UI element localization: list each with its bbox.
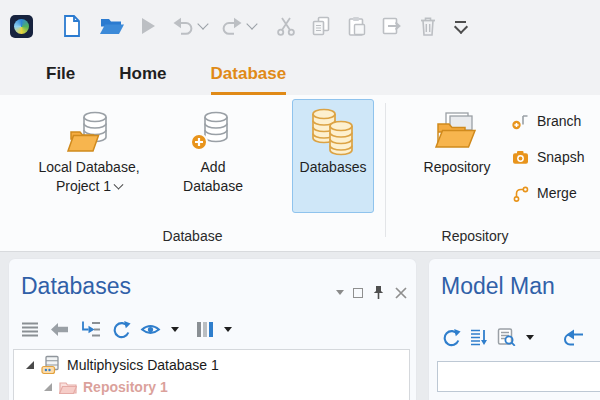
tree-item-label: Repository 1 <box>83 379 168 395</box>
delete-icon <box>417 15 439 37</box>
cut-icon <box>275 15 297 37</box>
app-logo <box>10 15 33 38</box>
model-manager-toolbar <box>441 325 585 349</box>
model-manager-panel: Model Man <box>428 258 600 400</box>
undo-button[interactable] <box>171 9 195 43</box>
model-manager-panel-title: Model Man <box>441 273 555 300</box>
databases-icon <box>308 106 358 158</box>
pin-icon[interactable] <box>372 285 385 300</box>
undo-dropdown-icon <box>197 18 208 29</box>
databases-panel-toolbar <box>21 317 232 341</box>
branch-icon <box>512 113 529 130</box>
duplicate-button[interactable] <box>380 9 404 43</box>
ribbon: Local Database,Project 1 Add Database Da… <box>0 95 600 252</box>
run-button[interactable] <box>142 9 155 43</box>
add-database-icon <box>189 106 237 158</box>
toolbar-overflow-icon <box>455 21 466 32</box>
refresh-icon[interactable] <box>111 320 131 339</box>
group-separator <box>385 103 386 237</box>
run-icon <box>142 18 155 34</box>
paste-button[interactable] <box>345 9 367 43</box>
view-options-icon[interactable] <box>196 321 214 338</box>
databases-tree: Multiphysics Database 1 Repository 1 <box>13 349 410 400</box>
tab-home[interactable]: Home <box>119 52 166 95</box>
restore-icon[interactable] <box>561 329 585 346</box>
merge-icon <box>512 185 529 202</box>
databases-button[interactable]: Databases <box>292 99 374 213</box>
databases-label: Databases <box>300 158 367 177</box>
expander-icon[interactable] <box>44 383 52 391</box>
repository-icon <box>434 106 480 158</box>
duplicate-icon <box>380 15 404 37</box>
go-to-node-icon[interactable] <box>79 320 102 338</box>
back-arrow-icon[interactable] <box>49 321 70 338</box>
app-window: File Home Database Local Database,Projec… <box>0 0 600 400</box>
redo-button[interactable] <box>220 9 244 43</box>
new-file-button[interactable] <box>61 9 83 43</box>
add-database-label: Add Database <box>169 158 257 196</box>
tree-item-multiphysics-database[interactable]: Multiphysics Database 1 <box>26 354 219 376</box>
quick-access-toolbar <box>0 0 600 52</box>
new-file-icon <box>61 14 83 38</box>
show-icon[interactable] <box>140 322 161 337</box>
tab-home-label: Home <box>119 64 166 84</box>
merge-label: Merge <box>537 185 577 201</box>
add-database-button[interactable]: Add Database <box>168 99 258 213</box>
expander-icon[interactable] <box>26 361 34 369</box>
tab-file-label: File <box>46 64 75 84</box>
close-icon[interactable] <box>394 286 408 300</box>
copy-icon <box>310 15 332 37</box>
model-manager-search-input[interactable] <box>437 361 600 392</box>
repository-group-label: Repository <box>385 228 565 244</box>
refresh-icon[interactable] <box>441 328 461 347</box>
open-folder-icon <box>99 15 125 37</box>
repository-button[interactable]: Repository <box>408 99 506 213</box>
tab-database[interactable]: Database <box>211 52 287 95</box>
workspace: Databases Mult <box>0 252 600 400</box>
repository-folder-red-icon <box>59 380 77 395</box>
undo-dropdown-button[interactable] <box>199 9 207 43</box>
tab-file[interactable]: File <box>46 52 75 95</box>
float-icon[interactable] <box>353 288 363 298</box>
repository-label: Repository <box>424 158 491 177</box>
view-options-dropdown-icon[interactable] <box>224 327 232 332</box>
database-server-icon <box>41 355 61 375</box>
database-group-label: Database <box>0 228 385 244</box>
list-view-icon[interactable] <box>21 321 40 338</box>
preview-dropdown-icon[interactable] <box>526 335 534 340</box>
databases-panel-title: Databases <box>21 273 131 300</box>
snapshot-icon <box>512 150 529 165</box>
ribbon-tab-bar: File Home Database <box>0 52 600 95</box>
cut-button[interactable] <box>275 9 297 43</box>
show-dropdown-icon[interactable] <box>171 327 179 332</box>
delete-button[interactable] <box>417 9 439 43</box>
branch-label: Branch <box>537 113 581 129</box>
redo-dropdown-icon <box>246 18 257 29</box>
copy-button[interactable] <box>310 9 332 43</box>
tab-database-label: Database <box>211 64 287 84</box>
tree-item-repository-1[interactable]: Repository 1 <box>44 376 168 398</box>
databases-panel-window-controls <box>336 285 408 300</box>
local-database-button[interactable]: Local Database,Project 1 <box>20 99 158 213</box>
collapse-icon[interactable] <box>336 290 344 295</box>
snapshot-label: Snapsh <box>537 149 584 165</box>
undo-icon <box>171 15 195 37</box>
toolbar-overflow-button[interactable] <box>455 9 466 43</box>
databases-panel: Databases Mult <box>8 258 417 400</box>
local-database-label: Local Database,Project 1 <box>38 158 139 196</box>
redo-dropdown-button[interactable] <box>248 9 256 43</box>
redo-icon <box>220 15 244 37</box>
paste-icon <box>345 15 367 37</box>
preview-icon[interactable] <box>497 328 516 346</box>
tree-item-label: Multiphysics Database 1 <box>67 357 219 373</box>
branch-button[interactable]: Branch <box>512 108 581 134</box>
local-database-icon <box>65 106 113 158</box>
sort-icon[interactable] <box>470 328 488 346</box>
merge-button[interactable]: Merge <box>512 180 577 206</box>
dropdown-chevron-icon <box>114 180 124 190</box>
open-button[interactable] <box>99 9 125 43</box>
snapshot-button[interactable]: Snapsh <box>512 144 584 170</box>
